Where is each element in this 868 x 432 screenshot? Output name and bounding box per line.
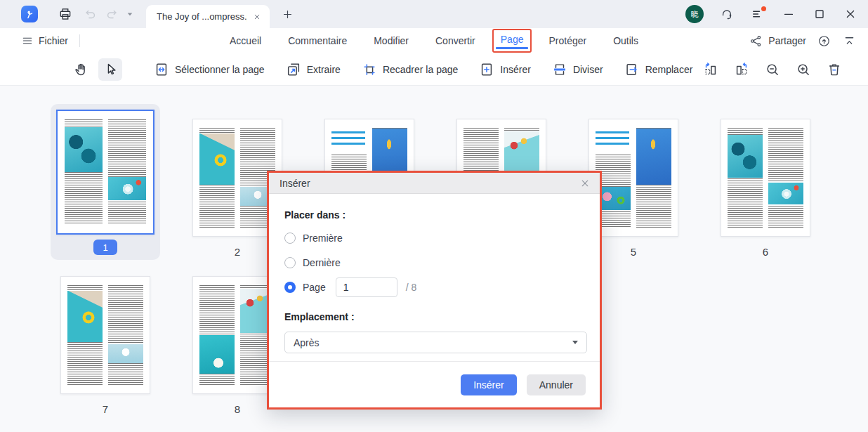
radio-icon[interactable] <box>284 233 296 244</box>
titlebar: The Joy of ...ompress.pdf 晓 <box>0 0 868 28</box>
rotate-right-button[interactable] <box>730 58 754 81</box>
delete-page-icon <box>827 62 842 77</box>
menu-tab-page[interactable]: Page <box>492 29 532 53</box>
menu-tab-convertir[interactable]: Convertir <box>434 34 477 48</box>
delete-page-button[interactable] <box>822 58 846 81</box>
cancel-button[interactable]: Annuler <box>527 374 586 395</box>
page-thumbnail-5[interactable]: 5 <box>588 119 678 258</box>
page-preview[interactable] <box>60 276 150 394</box>
toolbar-button-diviser[interactable]: Diviser <box>546 58 610 81</box>
zoom-in-button[interactable] <box>791 58 815 81</box>
close-icon[interactable] <box>843 6 858 22</box>
page-preview[interactable] <box>56 110 154 235</box>
extract-icon <box>286 62 301 77</box>
undo-icon[interactable] <box>83 6 98 22</box>
rotate-left-icon <box>703 62 718 77</box>
pool-photo <box>199 133 235 185</box>
cursor-icon <box>103 62 118 77</box>
share-icon[interactable] <box>748 33 763 48</box>
toolbar: Sélectionner la pageExtraireRecadrer la … <box>0 53 868 86</box>
zoom-out-button[interactable] <box>761 58 784 81</box>
headset-support-icon[interactable] <box>719 6 735 22</box>
main-menu-icon[interactable] <box>750 6 765 22</box>
page-preview[interactable] <box>588 119 678 237</box>
page-number: 5 <box>631 246 636 258</box>
page-number: 2 <box>235 246 240 258</box>
select-tool-button[interactable] <box>98 58 122 81</box>
radio-label: Première <box>303 233 343 244</box>
minimize-icon[interactable] <box>781 6 796 22</box>
article-title-block <box>331 131 365 149</box>
dialog-title: Insérer <box>280 178 579 189</box>
pool-photo <box>199 335 235 374</box>
dialog-close-icon[interactable] <box>579 177 591 190</box>
toolbar-button-extraire[interactable]: Extraire <box>280 58 347 81</box>
toolbar-button-recadrer-la-page[interactable]: Recadrer la page <box>355 58 464 81</box>
page-thumbnail-7[interactable]: 7 <box>60 276 150 415</box>
chevron-down-icon <box>572 341 578 344</box>
dialog-footer: Insérer Annuler <box>269 361 600 407</box>
radio-label: Page <box>303 282 326 293</box>
toolbar-button-sélectionner-la-page[interactable]: Sélectionner la page <box>147 58 271 81</box>
page-number: 7 <box>103 403 108 415</box>
menu-tab-accueil[interactable]: Accueil <box>228 34 263 48</box>
collapse-toolbar-icon[interactable] <box>841 33 857 48</box>
app-window: The Joy of ...ompress.pdf 晓 <box>0 0 868 432</box>
hamburger-icon <box>21 34 34 47</box>
divider <box>79 34 80 47</box>
menu-tab-outils[interactable]: Outils <box>612 34 640 48</box>
menu-tab-modifier[interactable]: Modifier <box>372 34 410 48</box>
menu-tab-protéger[interactable]: Protéger <box>547 34 588 48</box>
insert-dialog: Insérer Placer dans : Première Dernière … <box>267 171 602 410</box>
cloud-upload-icon[interactable] <box>816 33 831 48</box>
document-tab[interactable]: The Joy of ...ompress.pdf <box>146 5 270 28</box>
radio-label: Dernière <box>303 257 341 268</box>
dialog-header[interactable]: Insérer <box>269 173 600 194</box>
page-thumbnail-1[interactable]: 1 <box>51 104 160 260</box>
toolbar-button-insérer[interactable]: Insérer <box>473 58 537 81</box>
menu-tab-commentaire[interactable]: Commentaire <box>287 34 348 48</box>
page-preview[interactable] <box>721 119 810 237</box>
placement-dropdown-value: Après <box>294 337 572 348</box>
radio-option-page[interactable]: Page / 8 <box>284 280 586 294</box>
share-label[interactable]: Partager <box>768 35 806 46</box>
file-menu[interactable]: Fichier <box>0 34 68 47</box>
pool-photo <box>636 129 671 185</box>
toolbar-button-remplacer[interactable]: Remplacer <box>618 58 699 81</box>
notification-dot <box>761 6 766 11</box>
placement-label: Emplacement : <box>284 311 586 322</box>
place-in-label: Placer dans : <box>284 209 586 221</box>
maximize-icon[interactable] <box>812 6 827 22</box>
radio-option-dernière[interactable]: Dernière <box>284 256 586 270</box>
rotate-left-button[interactable] <box>699 58 723 81</box>
page-number-input[interactable] <box>336 277 397 297</box>
print-icon[interactable] <box>58 6 73 22</box>
caret-down-icon[interactable] <box>122 6 138 22</box>
placement-dropdown[interactable]: Après <box>284 332 587 353</box>
zoom-out-icon <box>765 62 780 77</box>
page-thumbnail-6[interactable]: 6 <box>721 119 810 258</box>
pool-photo <box>65 127 103 172</box>
radio-icon[interactable] <box>284 257 296 268</box>
tab-title: The Joy of ...ompress.pdf <box>157 11 247 22</box>
text-column <box>768 128 803 228</box>
hand-tool-button[interactable] <box>69 58 93 81</box>
place-options: Première Dernière Page / 8 <box>284 231 586 294</box>
redo-icon[interactable] <box>104 6 119 22</box>
app-logo-icon[interactable] <box>21 6 38 22</box>
insert-button[interactable]: Insérer <box>461 374 517 395</box>
radio-option-première[interactable]: Première <box>284 231 586 245</box>
page-total-label: / 8 <box>406 282 417 293</box>
new-tab-button[interactable] <box>280 6 295 22</box>
page-number: 6 <box>763 246 768 258</box>
user-avatar[interactable]: 晓 <box>685 5 704 23</box>
split-icon <box>552 62 567 77</box>
insert-page-icon <box>479 62 494 77</box>
radio-icon[interactable] <box>284 282 296 293</box>
tab-close-icon[interactable] <box>251 11 263 22</box>
crop-icon <box>362 62 377 77</box>
file-menu-label: Fichier <box>39 35 68 46</box>
menubar: Fichier AccueilCommentaireModifierConver… <box>0 28 868 53</box>
pool-photo <box>108 344 143 363</box>
pool-photo <box>768 183 803 205</box>
